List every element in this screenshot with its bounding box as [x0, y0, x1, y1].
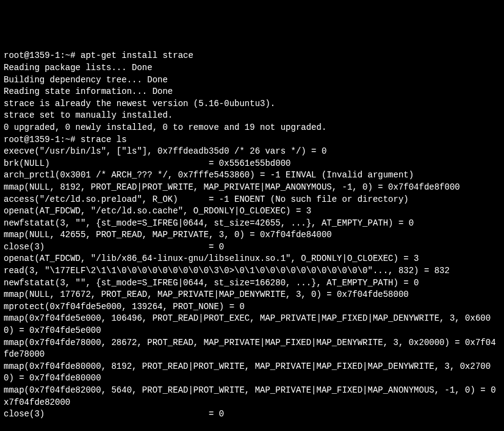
terminal-line: strace is already the newest version (5.… — [4, 98, 500, 110]
terminal-line: close(3) = 0 — [4, 408, 500, 421]
terminal-line: Reading package lists... Done — [4, 62, 500, 74]
terminal-line: brk(NULL) = 0x5561e55bd000 — [4, 158, 500, 170]
terminal-line: root@1359-1:~# apt-get install strace — [4, 50, 500, 62]
terminal-line: mmap(NULL, 8192, PROT_READ|PROT_WRITE, M… — [4, 182, 500, 194]
terminal-output[interactable]: root@1359-1:~# apt-get install straceRea… — [4, 50, 500, 420]
terminal-line: close(3) = 0 — [4, 241, 500, 254]
terminal-line: mmap(0x7f04fde82000, 5640, PROT_READ|PRO… — [4, 385, 500, 408]
terminal-line: access("/etc/ld.so.preload", R_OK) = -1 … — [4, 194, 500, 206]
terminal-line: openat(AT_FDCWD, "/lib/x86_64-linux-gnu/… — [4, 253, 500, 265]
terminal-line: Building dependency tree... Done — [4, 74, 500, 87]
terminal-line: mmap(0x7f04fde5e000, 106496, PROT_READ|P… — [4, 313, 500, 337]
terminal-line: read(3, "\177ELF\2\1\1\0\0\0\0\0\0\0\0\0… — [4, 265, 500, 277]
terminal-line: arch_prctl(0x3001 /* ARCH_??? */, 0x7fff… — [4, 169, 500, 182]
terminal-line: mmap(NULL, 177672, PROT_READ, MAP_PRIVAT… — [4, 289, 500, 301]
terminal-line: strace set to manually installed. — [4, 110, 500, 122]
terminal-line: mprotect(0x7f04fde5e000, 139264, PROT_NO… — [4, 301, 500, 313]
terminal-line: mmap(NULL, 42655, PROT_READ, MAP_PRIVATE… — [4, 229, 500, 241]
terminal-line: mmap(0x7f04fde80000, 8192, PROT_READ|PRO… — [4, 361, 500, 385]
terminal-line: openat(AT_FDCWD, "/etc/ld.so.cache", O_R… — [4, 205, 500, 218]
terminal-line: newfstatat(3, "", {st_mode=S_IFREG|0644,… — [4, 218, 500, 230]
terminal-line: root@1359-1:~# strace ls — [4, 134, 500, 146]
terminal-line: execve("/usr/bin/ls", ["ls"], 0x7ffdeadb… — [4, 146, 500, 158]
terminal-line: newfstatat(3, "", {st_mode=S_IFREG|0644,… — [4, 277, 500, 290]
terminal-line: mmap(0x7f04fde78000, 28672, PROT_READ, M… — [4, 337, 500, 361]
terminal-line: 0 upgraded, 0 newly installed, 0 to remo… — [4, 122, 500, 134]
terminal-line: Reading state information... Done — [4, 86, 500, 98]
